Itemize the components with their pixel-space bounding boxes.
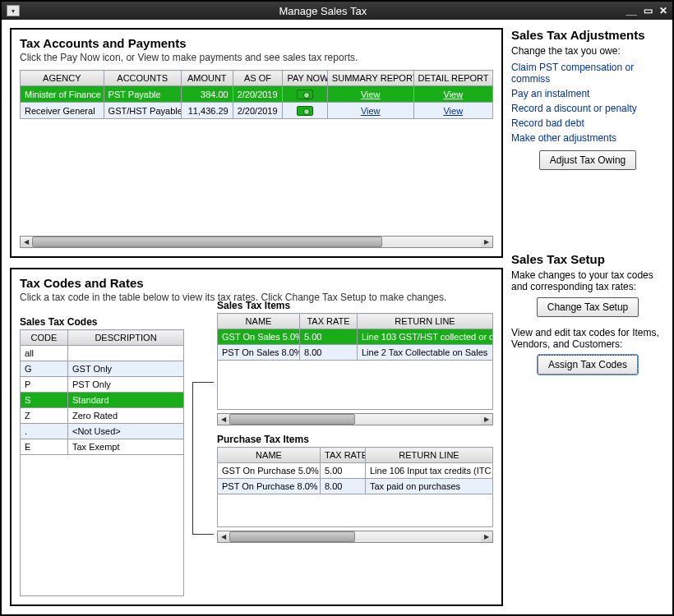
scrollbar-horizontal[interactable]: ◀ ▶ bbox=[20, 236, 493, 248]
col-header[interactable]: DETAIL REPORT bbox=[413, 71, 492, 86]
tax-codes-panel: Tax Codes and Rates Click a tax code in … bbox=[10, 268, 503, 606]
window-title: Manage Sales Tax bbox=[20, 5, 626, 17]
col-header[interactable]: ACCOUNTS bbox=[104, 71, 181, 86]
detail-view-link[interactable]: View bbox=[443, 90, 463, 99]
cell-asof: 2/20/2019 bbox=[233, 103, 283, 119]
money-icon bbox=[297, 106, 313, 116]
purchase-items-label: Purchase Tax Items bbox=[217, 434, 493, 445]
pay-now-button[interactable] bbox=[283, 86, 327, 103]
tax-accounts-panel: Tax Accounts and Payments Click the Pay … bbox=[10, 28, 503, 258]
adjust-tax-owing-button[interactable]: Adjust Tax Owing bbox=[539, 150, 637, 170]
detail-view-link[interactable]: View bbox=[443, 106, 463, 116]
col-header[interactable]: TAX RATE bbox=[321, 448, 366, 463]
table-row[interactable]: ETax Exempt bbox=[21, 439, 184, 455]
col-header[interactable]: AMOUNT bbox=[181, 71, 233, 86]
sales-items-label: Sales Tax Items bbox=[217, 300, 493, 311]
accounts-heading: Tax Accounts and Payments bbox=[20, 36, 493, 50]
cell-agency: Receiver General bbox=[21, 103, 104, 119]
col-header[interactable]: CODE bbox=[21, 330, 68, 346]
link-record-bad-debt[interactable]: Record bad debt bbox=[511, 117, 664, 129]
table-row[interactable]: GST On Purchase 5.0% 5.00 Line 106 Input… bbox=[218, 463, 493, 479]
table-row[interactable]: .<Not Used> bbox=[21, 424, 184, 439]
cell-amount: 384.00 bbox=[181, 86, 233, 103]
table-row[interactable]: PST On Sales 8.0% 8.00 Line 2 Tax Collec… bbox=[218, 345, 493, 361]
cell-account: PST Payable bbox=[104, 86, 181, 103]
cell-amount: 11,436.29 bbox=[181, 103, 233, 119]
dropdown-icon[interactable]: ▾ bbox=[7, 5, 20, 16]
col-header[interactable]: PAY NOW bbox=[283, 71, 327, 86]
adjustments-section: Sales Tax Adjustments Change the tax you… bbox=[511, 28, 664, 170]
table-row[interactable]: Minister of Finance PST Payable 384.00 2… bbox=[21, 86, 493, 103]
scroll-left-icon[interactable]: ◀ bbox=[21, 237, 32, 247]
col-header[interactable]: NAME bbox=[218, 448, 321, 463]
codes-heading: Tax Codes and Rates bbox=[20, 276, 493, 290]
adjustments-subtitle: Change the tax you owe: bbox=[511, 45, 664, 57]
codes-table: CODE DESCRIPTION all GGST Only PPST Only… bbox=[20, 329, 184, 455]
minimize-icon[interactable]: __ bbox=[626, 5, 637, 16]
scroll-left-icon[interactable]: ◀ bbox=[218, 531, 229, 542]
table-row[interactable]: PPST Only bbox=[21, 377, 184, 393]
scroll-right-icon[interactable]: ▶ bbox=[481, 531, 492, 542]
purchase-items-table: NAME TAX RATE RETURN LINE GST On Purchas… bbox=[217, 447, 493, 494]
close-icon[interactable]: ✕ bbox=[659, 5, 667, 16]
setup-sub1: Make changes to your tax codes and corre… bbox=[511, 269, 664, 292]
money-icon bbox=[297, 90, 313, 99]
link-claim-pst[interactable]: Claim PST compensation or commiss bbox=[511, 62, 664, 85]
accounts-table: AGENCY ACCOUNTS AMOUNT AS OF PAY NOW SUM… bbox=[20, 70, 493, 119]
setup-sub2: View and edit tax codes for Items, Vendo… bbox=[511, 327, 664, 350]
codes-label: Sales Tax Codes bbox=[20, 316, 184, 328]
pay-now-button[interactable] bbox=[283, 103, 327, 119]
table-row[interactable]: ZZero Rated bbox=[21, 408, 184, 424]
summary-view-link[interactable]: View bbox=[361, 90, 381, 99]
adjustments-heading: Sales Tax Adjustments bbox=[511, 28, 664, 42]
col-header[interactable]: DESCRIPTION bbox=[68, 330, 184, 346]
scrollbar-horizontal[interactable]: ◀ ▶ bbox=[217, 413, 493, 425]
link-other-adjustments[interactable]: Make other adjustments bbox=[511, 132, 664, 144]
col-header[interactable]: TAX RATE bbox=[300, 314, 358, 329]
table-row[interactable]: GST On Sales 5.0% 5.00 Line 103 GST/HST … bbox=[218, 329, 493, 345]
table-row[interactable]: PST On Purchase 8.0% 8.00 Tax paid on pu… bbox=[218, 479, 493, 494]
col-header[interactable]: RETURN LINE bbox=[366, 448, 493, 463]
summary-view-link[interactable]: View bbox=[361, 106, 381, 116]
titlebar: ▾ Manage Sales Tax __ ▭ ✕ bbox=[2, 2, 672, 20]
scroll-right-icon[interactable]: ▶ bbox=[481, 237, 492, 247]
cell-account: GST/HST Payable bbox=[104, 103, 181, 119]
link-record-discount[interactable]: Record a discount or penalty bbox=[511, 103, 664, 114]
table-row[interactable]: SStandard bbox=[21, 393, 184, 408]
col-header[interactable]: AS OF bbox=[233, 71, 283, 86]
link-pay-instalment[interactable]: Pay an instalment bbox=[511, 88, 664, 99]
cell-agency: Minister of Finance bbox=[21, 86, 104, 103]
setup-section: Sales Tax Setup Make changes to your tax… bbox=[511, 252, 664, 375]
col-header[interactable]: AGENCY bbox=[21, 71, 104, 86]
change-tax-setup-button[interactable]: Change Tax Setup bbox=[537, 297, 639, 317]
accounts-subtitle: Click the Pay Now icon, or View to make … bbox=[20, 52, 493, 63]
scrollbar-horizontal[interactable]: ◀ ▶ bbox=[217, 531, 493, 543]
scroll-left-icon[interactable]: ◀ bbox=[218, 414, 229, 425]
maximize-icon[interactable]: ▭ bbox=[644, 5, 653, 16]
col-header[interactable]: RETURN LINE bbox=[358, 314, 493, 329]
cell-asof: 2/20/2019 bbox=[233, 86, 283, 103]
assign-tax-codes-button[interactable]: Assign Tax Codes bbox=[538, 355, 638, 375]
scroll-right-icon[interactable]: ▶ bbox=[481, 414, 492, 425]
setup-heading: Sales Tax Setup bbox=[511, 252, 664, 266]
col-header[interactable]: NAME bbox=[218, 314, 300, 329]
table-row[interactable]: Receiver General GST/HST Payable 11,436.… bbox=[21, 103, 493, 119]
col-header[interactable]: SUMMARY REPORT bbox=[327, 71, 413, 86]
sales-items-table: NAME TAX RATE RETURN LINE GST On Sales 5… bbox=[217, 313, 493, 361]
table-row[interactable]: all bbox=[21, 346, 184, 361]
table-row[interactable]: GGST Only bbox=[21, 361, 184, 377]
